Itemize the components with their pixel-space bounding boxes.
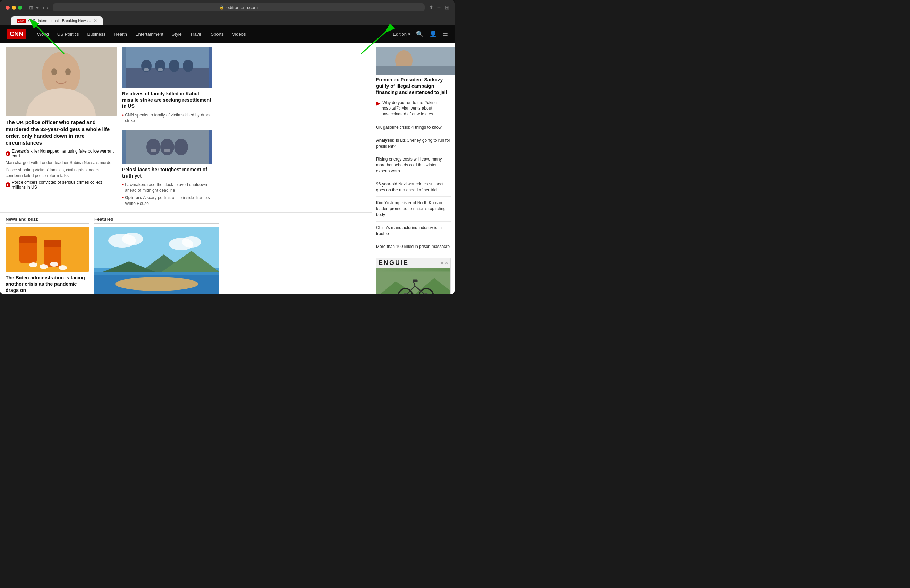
sidebar-item-3: Rising energy costs will leave many more…: [376, 157, 451, 178]
chevron-down-icon[interactable]: ▾: [36, 5, 39, 10]
svg-point-34: [182, 236, 201, 247]
news-buzz: News and buzz: [6, 217, 89, 294]
nav-uspolitics[interactable]: US Politics: [53, 32, 83, 37]
tab-grid-icon[interactable]: ⊞: [29, 5, 33, 10]
svg-rect-13: [158, 68, 163, 71]
ad-close-icon[interactable]: ✕ ✕: [440, 261, 448, 266]
featured: Featured: [94, 217, 219, 294]
new-tab-icon[interactable]: +: [437, 4, 440, 11]
story-link-3[interactable]: ▶ Police officers convicted of serious c…: [6, 180, 117, 190]
window-controls: ⊞ ▾: [29, 5, 39, 10]
bullet-text-2: Lawmakers race the clock to avert shutdo…: [125, 182, 212, 194]
sidebar-top-image: [376, 47, 455, 74]
svg-rect-40: [94, 272, 219, 275]
sidebar-text-1[interactable]: UK gasoline crisis: 4 things to know: [376, 124, 451, 130]
story-left-headline[interactable]: The UK police officer who raped and murd…: [6, 119, 117, 146]
sidebar-text-0[interactable]: 'Why do you run to the f*cking hospital?…: [382, 100, 451, 117]
svg-rect-5: [6, 47, 117, 116]
center-story-2: Pelosi faces her toughest moment of trut…: [122, 130, 212, 207]
bullet-icon-2: •: [122, 183, 123, 188]
story-left: The UK police officer who raped and murd…: [6, 47, 117, 208]
nav-travel[interactable]: Travel: [186, 32, 207, 37]
forward-arrow[interactable]: ›: [47, 5, 48, 11]
browser-toolbar: ⬆ + ⊞: [429, 4, 449, 11]
right-sidebar: French ex-President Sarkozy guilty of il…: [372, 43, 455, 294]
sidebar-text-2[interactable]: Analysis: Is Liz Cheney going to run for…: [376, 137, 451, 149]
minimize-button[interactable]: [12, 6, 16, 10]
story-link-2[interactable]: Police shooting victims' families, civil…: [6, 167, 117, 179]
traffic-lights: [6, 6, 22, 10]
cnn-logo[interactable]: CNN: [7, 29, 26, 39]
nav-business[interactable]: Business: [83, 32, 110, 37]
svg-point-26: [40, 264, 48, 269]
nav-health[interactable]: Health: [110, 32, 131, 37]
news-buzz-label: News and buzz: [6, 217, 89, 224]
svg-point-11: [183, 60, 193, 72]
center-story-2-bullet-1: • Lawmakers race the clock to avert shut…: [122, 182, 212, 194]
center-story-1-headline[interactable]: Relatives of family killed in Kabul miss…: [122, 90, 212, 110]
back-arrow[interactable]: ‹: [43, 5, 44, 11]
sidebar-item-0: ▶ 'Why do you run to the f*cking hospita…: [376, 100, 451, 121]
nav-world[interactable]: World: [33, 32, 53, 37]
sidebar-item-4: 96-year-old Nazi war crimes suspect goes…: [376, 181, 451, 197]
story-link-1[interactable]: Man charged with London teacher Sabina N…: [6, 160, 117, 166]
edition-button[interactable]: Edition ▾: [393, 32, 410, 37]
story-link-text-0: Everard's killer kidnapped her using fak…: [12, 149, 117, 158]
tab-label: CNN International - Breaking News...: [28, 19, 91, 23]
menu-icon[interactable]: ☰: [442, 30, 448, 38]
featured-image: [94, 227, 219, 294]
sarkozy-headline[interactable]: French ex-President Sarkozy guilty of il…: [376, 77, 451, 96]
header-right: Edition ▾ 🔍 👤 ☰: [393, 30, 448, 38]
user-icon[interactable]: 👤: [429, 30, 437, 38]
svg-point-27: [50, 262, 58, 267]
sidebar-text-6[interactable]: China's manufacturing industry is in tro…: [376, 225, 451, 237]
ad-image: [376, 268, 450, 294]
video-icon: ▶: [6, 151, 10, 156]
nav-entertainment[interactable]: Entertainment: [131, 32, 168, 37]
svg-point-17: [174, 139, 188, 155]
sidebar-item-5: Kim Yo Jong, sister of North Korean lead…: [376, 200, 451, 221]
svg-point-16: [160, 139, 174, 155]
sidebar-item-6: China's manufacturing industry is in tro…: [376, 225, 451, 241]
nav-sports[interactable]: Sports: [206, 32, 228, 37]
story-link-0[interactable]: ▶ Everard's killer kidnapped her using f…: [6, 149, 117, 158]
address-bar[interactable]: 🔒 edition.cnn.com: [53, 3, 425, 11]
sidebar-text-7[interactable]: More than 100 killed in prison massacre: [376, 244, 451, 250]
svg-point-25: [29, 262, 37, 267]
edition-chevron: ▾: [408, 32, 410, 37]
bullet-icon-3: •: [122, 195, 123, 201]
lock-icon: 🔒: [219, 5, 224, 10]
svg-rect-24: [44, 240, 61, 247]
nav-videos[interactable]: Videos: [228, 32, 250, 37]
news-buzz-image: [6, 227, 89, 272]
svg-rect-43: [376, 66, 455, 74]
svg-rect-52: [413, 280, 418, 282]
tab-favicon: CNN: [17, 19, 26, 23]
center-story-1: Relatives of family killed in Kabul miss…: [122, 47, 212, 124]
svg-rect-12: [144, 68, 149, 71]
nav-style[interactable]: Style: [168, 32, 186, 37]
center-story-1-bullet: • CNN speaks to family of victims killed…: [122, 112, 212, 124]
sidebar-top-story: French ex-President Sarkozy guilty of il…: [376, 47, 451, 96]
fullscreen-button[interactable]: [18, 6, 22, 10]
url-text: edition.cnn.com: [226, 5, 258, 10]
edition-label: Edition: [393, 32, 406, 37]
browser-tab[interactable]: CNN CNN International - Breaking News...…: [11, 16, 103, 25]
sidebar-text-4[interactable]: 96-year-old Nazi war crimes suspect goes…: [376, 181, 451, 193]
tab-close-icon[interactable]: ✕: [94, 18, 97, 23]
svg-point-32: [122, 233, 143, 245]
cnn-nav: World US Politics Business Health Entert…: [33, 32, 393, 37]
ad-brand: ENGUIE: [379, 259, 409, 267]
center-story-2-image: [122, 130, 212, 164]
sidebar-text-3[interactable]: Rising energy costs will leave many more…: [376, 157, 451, 174]
story-link-text-3: Police officers convicted of serious cri…: [12, 180, 117, 190]
close-button[interactable]: [6, 6, 10, 10]
news-buzz-headline[interactable]: The Biden administration is facing anoth…: [6, 275, 89, 294]
center-story-2-headline[interactable]: Pelosi faces her toughest moment of trut…: [122, 166, 212, 179]
sidebar-text-5[interactable]: Kim Yo Jong, sister of North Korean lead…: [376, 200, 451, 217]
search-icon[interactable]: 🔍: [416, 30, 424, 38]
advertisement: ENGUIE ✕ ✕: [376, 258, 451, 294]
sidebar-item-2: Analysis: Is Liz Cheney going to run for…: [376, 137, 451, 153]
share-icon[interactable]: ⬆: [429, 4, 433, 11]
grid-icon[interactable]: ⊞: [445, 4, 449, 11]
